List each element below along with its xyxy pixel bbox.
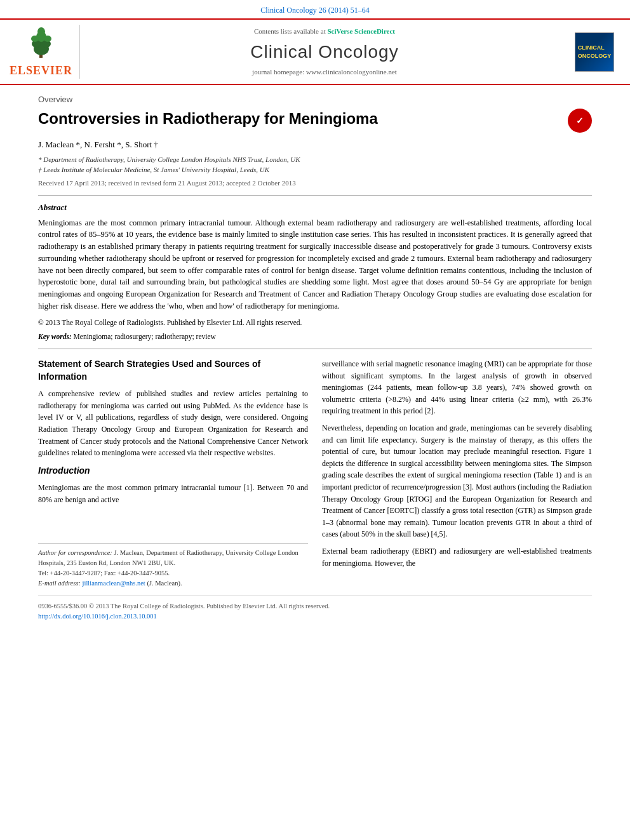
svg-point-8: [44, 36, 51, 42]
footnote-author-label: Author for correspondence:: [38, 549, 112, 556]
svg-point-4: [37, 27, 45, 36]
copyright-line: © 2013 The Royal College of Radiologists…: [38, 317, 592, 328]
journal-header-top: Clinical Oncology 26 (2014) 51–64: [0, 0, 630, 20]
section2-title: Introduction: [38, 464, 308, 477]
section1-title: Statement of Search Strategies Used and …: [38, 358, 308, 383]
doi-link[interactable]: http://dx.doi.org/10.1016/j.clon.2013.10…: [38, 613, 157, 620]
section2-right-body1: surveillance with serial magnetic resona…: [322, 358, 592, 417]
overview-label: Overview: [38, 94, 592, 106]
journal-homepage: journal homepage: www.clinicaloncologyon…: [88, 67, 561, 77]
footnote-section: Author for correspondence: J. Maclean, D…: [38, 543, 308, 588]
sciverse-line: Contents lists available at SciVerse Sci…: [88, 27, 561, 37]
article-title-row: Controversies in Radiotherapy for Mening…: [38, 109, 592, 133]
abstract-text: Meningiomas are the most common primary …: [38, 217, 592, 312]
elsevier-brand-label: ELSEVIER: [10, 62, 72, 79]
journal-header-center: Contents lists available at SciVerse Sci…: [88, 27, 561, 77]
divider-2: [38, 349, 592, 349]
journal-header-main: ELSEVIER Contents lists available at Sci…: [0, 20, 630, 85]
section1-body: A comprehensive review of published stud…: [38, 388, 308, 459]
issn-text: 0936-6555/$36.00 © 2013 The Royal Colleg…: [38, 601, 592, 611]
footnote-email-suffix: (J. Maclean).: [147, 580, 182, 587]
affiliations-block: * Department of Radiotherapy, University…: [38, 155, 592, 175]
svg-point-7: [31, 36, 39, 42]
article-title-text: Controversies in Radiotherapy for Mening…: [38, 109, 378, 128]
section2-right-body2: Nevertheless, depending on location and …: [322, 422, 592, 540]
elsevier-tree-icon: [18, 25, 64, 60]
footnote-email-label: E-mail address:: [38, 580, 81, 587]
affiliation-1: * Department of Radiotherapy, University…: [38, 155, 592, 164]
affiliation-2: † Leeds Institute of Molecular Medicine,…: [38, 165, 592, 175]
two-column-section: Statement of Search Strategies Used and …: [38, 358, 592, 588]
journal-title-display: Clinical Oncology: [88, 39, 561, 65]
keywords-line: Key words: Meningioma; radiosurgery; rad…: [38, 331, 592, 342]
footnote-email-link[interactable]: jillianmaclean@nhs.net: [83, 580, 145, 587]
abstract-section: Abstract Meningiomas are the most common…: [38, 202, 592, 342]
crossmark-inner: ✓: [576, 115, 584, 126]
keywords-text: Meningioma; radiosurgery; radiotherapy; …: [74, 333, 216, 340]
column-left: Statement of Search Strategies Used and …: [38, 358, 308, 588]
bottom-bar: 0936-6555/$36.00 © 2013 The Royal Colleg…: [38, 596, 592, 620]
section2-body1: Meningiomas are the most common primary …: [38, 482, 308, 505]
divider-1: [38, 195, 592, 196]
abstract-title: Abstract: [38, 202, 592, 214]
sciverse-link[interactable]: SciVerse ScienceDirect: [327, 27, 395, 35]
footnote-tel: Tel: +44-20-3447-9287; Fax: +44-20-3447-…: [38, 570, 170, 577]
journal-citation: Clinical Oncology 26 (2014) 51–64: [260, 6, 369, 15]
elsevier-logo-area: ELSEVIER: [10, 25, 80, 79]
authors-line: J. Maclean *, N. Fersht *, S. Short †: [38, 139, 592, 151]
keywords-label: Key words:: [38, 333, 72, 340]
section2-right-body3: External beam radiotherapy (EBRT) and ra…: [322, 545, 592, 569]
footnote-text: Author for correspondence: J. Maclean, D…: [38, 548, 308, 588]
logo-title-text: CLINICALONCOLOGY: [578, 44, 612, 60]
column-right: surveillance with serial magnetic resona…: [322, 358, 592, 588]
journal-logo-right: CLINICALONCOLOGY: [569, 32, 620, 72]
crossmark-badge: ✓: [568, 109, 592, 133]
journal-logo-box: CLINICALONCOLOGY: [575, 32, 614, 72]
received-line: Received 17 April 2013; received in revi…: [38, 178, 592, 189]
article-body: Overview Controversies in Radiotherapy f…: [0, 85, 630, 629]
